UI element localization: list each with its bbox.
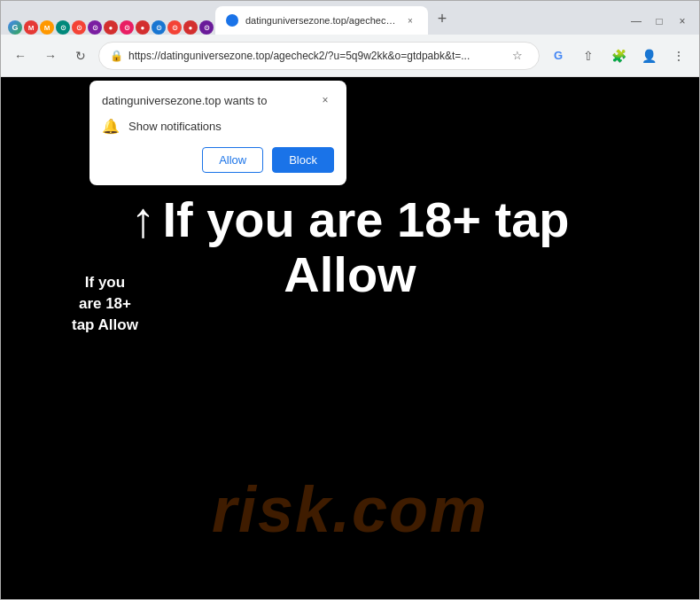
popup-body: 🔔 Show notifications Allow Block (89, 114, 346, 185)
lock-icon: 🔒 (110, 50, 123, 62)
main-heading: ↑ If you are 18+ tap Allow (130, 192, 569, 301)
address-bar: ← → ↻ 🔒 https://datinguniversezone.top/a… (1, 35, 699, 77)
tab-favicon-9: ⊙ (152, 20, 166, 35)
reload-button[interactable]: ↻ (68, 43, 93, 68)
main-line1: ↑ If you are 18+ tap (130, 192, 569, 247)
block-button[interactable]: Block (272, 147, 334, 173)
popup-buttons: Allow Block (102, 147, 334, 173)
url-text: https://datinguniversezone.top/agecheck2… (128, 50, 502, 62)
close-button[interactable]: × (673, 12, 692, 31)
active-tab-title: datinguniversezone.top/agecheck2/... (245, 15, 396, 26)
popup-notification-label: Show notifications (128, 120, 222, 133)
share-icon[interactable]: ⇧ (575, 43, 602, 69)
notification-popup: datinguniversezone.top wants to × 🔔 Show… (89, 81, 346, 185)
allow-button[interactable]: Allow (202, 147, 263, 173)
tab-favicon-5: ⊙ (88, 20, 102, 35)
side-text-content: If youare 18+tap Allow (72, 274, 138, 333)
tab-close-button[interactable]: × (403, 13, 417, 27)
back-button[interactable]: ← (8, 43, 33, 68)
menu-icon[interactable]: ⋮ (665, 43, 692, 69)
bell-icon: 🔔 (102, 118, 120, 135)
url-bar[interactable]: 🔒 https://datinguniversezone.top/agechec… (98, 42, 540, 70)
maximize-button[interactable]: □ (649, 12, 669, 31)
tab-favicon-2: M (40, 20, 54, 35)
tab-bar: G M M ⊙ ⊙ ⊙ ● ⊙ ● ⊙ ⊙ ● ⊙ datinguniverse… (1, 1, 699, 35)
url-actions: ☆ (507, 45, 528, 66)
active-tab[interactable]: datinguniversezone.top/agecheck2/... × (215, 6, 428, 35)
browser-window: G M M ⊙ ⊙ ⊙ ● ⊙ ● ⊙ ⊙ ● ⊙ datinguniverse… (0, 0, 700, 600)
active-tab-favicon (226, 14, 238, 27)
tab-favicon-4: ⊙ (72, 20, 86, 35)
arrow-up-icon: ↑ (130, 192, 155, 247)
tab-favicon-10: ⊙ (167, 20, 182, 35)
tab-favicon-12: ⊙ (199, 20, 214, 35)
new-tab-button[interactable]: + (430, 6, 455, 31)
toolbar-right: G ⇧ 🧩 👤 ⋮ (545, 43, 692, 69)
tab-favicon-6: ● (104, 20, 118, 35)
bookmark-icon[interactable]: ☆ (507, 45, 528, 66)
tab-favicon-row: G M M ⊙ ⊙ ⊙ ● ⊙ ● ⊙ ⊙ ● ⊙ (8, 20, 214, 35)
tab-favicon-8: ● (136, 20, 150, 35)
google-apps-icon[interactable]: G (545, 43, 572, 69)
tab-favicon-3: ⊙ (56, 20, 70, 35)
popup-notification-row: 🔔 Show notifications (102, 118, 334, 135)
profile-icon[interactable]: 👤 (635, 43, 662, 69)
side-text: If youare 18+tap Allow (72, 272, 138, 335)
minimize-button[interactable]: — (626, 12, 646, 31)
tab-favicon-1: M (24, 20, 38, 35)
forward-button[interactable]: → (38, 43, 63, 68)
popup-header: datinguniversezone.top wants to × (89, 81, 346, 114)
main-line1-text: If you are 18+ tap (162, 192, 569, 247)
watermark-text: risk.com (212, 473, 488, 546)
page-content: risk.com ↑ If you are 18+ tap Allow If y… (1, 77, 699, 599)
extensions-icon[interactable]: 🧩 (605, 43, 632, 69)
tab-favicon-11: ● (183, 20, 198, 35)
popup-title: datinguniversezone.top wants to (102, 94, 267, 107)
popup-close-button[interactable]: × (316, 91, 334, 109)
window-controls: — □ × (626, 12, 692, 35)
main-line2-text: Allow (130, 247, 569, 302)
tab-favicon-google: G (8, 20, 22, 35)
tab-favicon-7: ⊙ (120, 20, 134, 35)
